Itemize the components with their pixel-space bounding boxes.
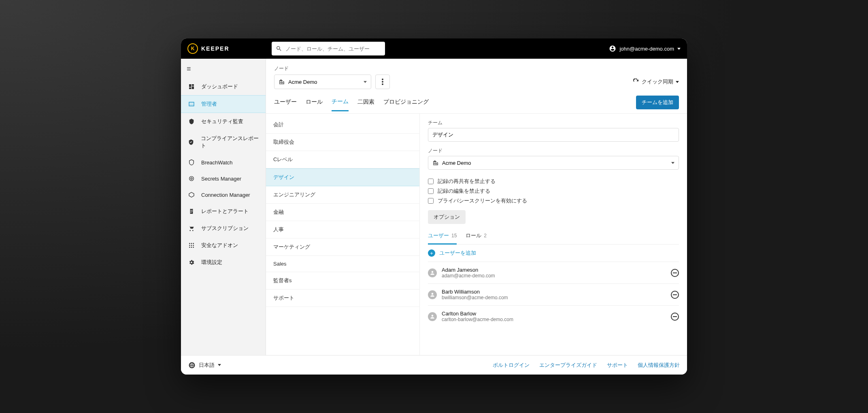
team-item[interactable]: 取締役会	[266, 134, 419, 151]
tab-provisioning[interactable]: プロビジョニング	[383, 98, 429, 111]
checkbox[interactable]	[428, 179, 434, 184]
subtab-label: ロール	[466, 232, 481, 239]
footer-link-vault[interactable]: ボルトログイン	[493, 362, 530, 369]
options-button[interactable]: オプション	[428, 210, 466, 224]
sidebar-item-compliance[interactable]: コンプライアンスレポート	[181, 130, 266, 154]
clipboard-icon	[187, 208, 196, 215]
user-menu[interactable]: john@acme-demo.com	[609, 45, 681, 52]
search-box[interactable]	[272, 42, 385, 55]
team-item[interactable]: 金融	[266, 204, 419, 221]
footer-links: ボルトログイン エンタープライズガイド サポート 個人情報保護方針	[493, 362, 680, 369]
member-email: bwilliamson@acme-demo.com	[442, 295, 666, 300]
tab-teams[interactable]: チーム	[332, 98, 349, 111]
quick-sync-button[interactable]: クイック同期	[633, 78, 679, 85]
team-item[interactable]: マーケティング	[266, 238, 419, 256]
sidebar-toggle[interactable]: ≡	[181, 62, 266, 76]
svg-point-8	[191, 245, 192, 246]
sidebar-item-dashboard[interactable]: ダッシュボード	[181, 78, 266, 95]
sidebar-item-admin[interactable]: 管理者	[181, 95, 266, 113]
language-selector[interactable]: 日本語	[188, 362, 221, 369]
sidebar-item-subscriptions[interactable]: サブスクリプション	[181, 220, 266, 237]
team-name-input[interactable]	[428, 128, 679, 142]
svg-point-13	[382, 79, 383, 80]
team-item[interactable]: 監督者s	[266, 272, 419, 290]
member-email: adam@acme-demo.com	[442, 273, 666, 279]
sidebar-item-breachwatch[interactable]: BreachWatch	[181, 154, 266, 170]
topbar: K KEEPER john@acme-demo.com	[181, 38, 687, 59]
sidebar-item-label: レポートとアラート	[201, 208, 249, 215]
sidebar-item-secrets-manager[interactable]: Secrets Manager	[181, 170, 266, 187]
detail-node-select[interactable]: Acme Demo	[428, 156, 679, 170]
sidebar-item-label: 管理者	[201, 100, 217, 108]
logo: K KEEPER	[187, 43, 264, 54]
shield-check-icon	[187, 139, 195, 145]
chevron-down-icon	[671, 162, 674, 164]
sidebar-item-settings[interactable]: 環境設定	[181, 254, 266, 271]
footer-link-enterprise-guide[interactable]: エンタープライズガイド	[539, 362, 597, 369]
node-select[interactable]: Acme Demo	[274, 75, 371, 89]
remove-member-button[interactable]	[671, 291, 679, 299]
sidebar-item-reports[interactable]: レポートとアラート	[181, 203, 266, 220]
checkbox[interactable]	[428, 188, 434, 194]
quick-sync-label: クイック同期	[642, 78, 673, 85]
logo-mark-icon: K	[187, 43, 198, 54]
chevron-down-icon	[677, 48, 681, 50]
detail-node-label: ノード	[428, 147, 679, 154]
team-item[interactable]: サポート	[266, 290, 419, 307]
org-icon	[279, 79, 285, 85]
sidebar-item-label: 環境設定	[201, 259, 222, 266]
subtab-roles[interactable]: ロール 2	[466, 232, 487, 244]
member-email: carlton-barlow@acme-demo.com	[442, 317, 666, 322]
sidebar: ≡ ダッシュボード 管理者 セキュリティ監査 コンプライアンスレポート	[181, 59, 266, 355]
svg-point-10	[189, 247, 190, 248]
chevron-down-icon	[676, 81, 679, 83]
tab-users[interactable]: ユーザー	[274, 98, 297, 111]
member-row: Adam Jameson adam@acme-demo.com	[428, 262, 679, 283]
node-more-menu[interactable]	[375, 75, 390, 89]
team-item[interactable]: エンジニアリング	[266, 186, 419, 204]
remove-member-button[interactable]	[671, 269, 679, 277]
search-input[interactable]	[285, 46, 381, 52]
main-panel: ノード Acme Demo クイック同期	[266, 59, 687, 355]
sidebar-item-label: サブスクリプション	[201, 225, 249, 232]
tab-roles[interactable]: ロール	[306, 98, 323, 111]
subtabs: ユーザー 15 ロール 2	[428, 232, 679, 245]
footer-link-support[interactable]: サポート	[607, 362, 628, 369]
secrets-icon	[187, 175, 196, 182]
search-icon	[276, 45, 282, 52]
check-restrict-edit[interactable]: 記録の編集を禁止する	[428, 187, 679, 195]
tabs: ユーザー ロール チーム 二因素 プロビジョニング チームを追加	[266, 89, 687, 114]
footer-link-privacy[interactable]: 個人情報保護方針	[638, 362, 680, 369]
check-label: 記録の再共有を禁止する	[438, 178, 496, 185]
chevron-down-icon	[218, 364, 221, 366]
user-email: john@acme-demo.com	[619, 46, 674, 52]
node-label: ノード	[274, 65, 679, 72]
team-item-selected[interactable]: デザイン	[266, 168, 419, 186]
team-item[interactable]: Cレベル	[266, 151, 419, 168]
connection-icon	[187, 192, 196, 198]
sidebar-item-addons[interactable]: 安全なアドオン	[181, 237, 266, 254]
check-privacy-screen[interactable]: プライバシースクリーンを有効にする	[428, 197, 679, 204]
team-list: 会計 取締役会 Cレベル デザイン エンジニアリング 金融 人事 マーケティング…	[266, 114, 420, 355]
svg-point-9	[193, 245, 194, 246]
subtab-users[interactable]: ユーザー 15	[428, 232, 457, 245]
add-team-button[interactable]: チームを追加	[636, 96, 679, 109]
svg-point-5	[191, 243, 192, 244]
org-icon	[432, 160, 439, 166]
sidebar-item-security-audit[interactable]: セキュリティ監査	[181, 113, 266, 130]
team-item[interactable]: 会計	[266, 116, 419, 134]
add-user-button[interactable]: + ユーザーを追加	[428, 245, 679, 262]
app-window: K KEEPER john@acme-demo.com ≡ ダッシュボード	[181, 38, 687, 375]
check-restrict-reshare[interactable]: 記録の再共有を禁止する	[428, 178, 679, 185]
checkbox[interactable]	[428, 198, 434, 204]
svg-marker-3	[189, 192, 194, 197]
sidebar-item-connection-manager[interactable]: Connection Manager	[181, 187, 266, 203]
tab-2fa[interactable]: 二因素	[357, 98, 374, 111]
team-item[interactable]: 人事	[266, 221, 419, 238]
remove-member-button[interactable]	[671, 313, 679, 321]
svg-point-15	[382, 83, 383, 85]
sidebar-item-label: セキュリティ監査	[201, 118, 243, 125]
team-item[interactable]: Sales	[266, 256, 419, 272]
plus-icon: +	[428, 249, 435, 257]
subtab-count: 15	[451, 233, 457, 238]
